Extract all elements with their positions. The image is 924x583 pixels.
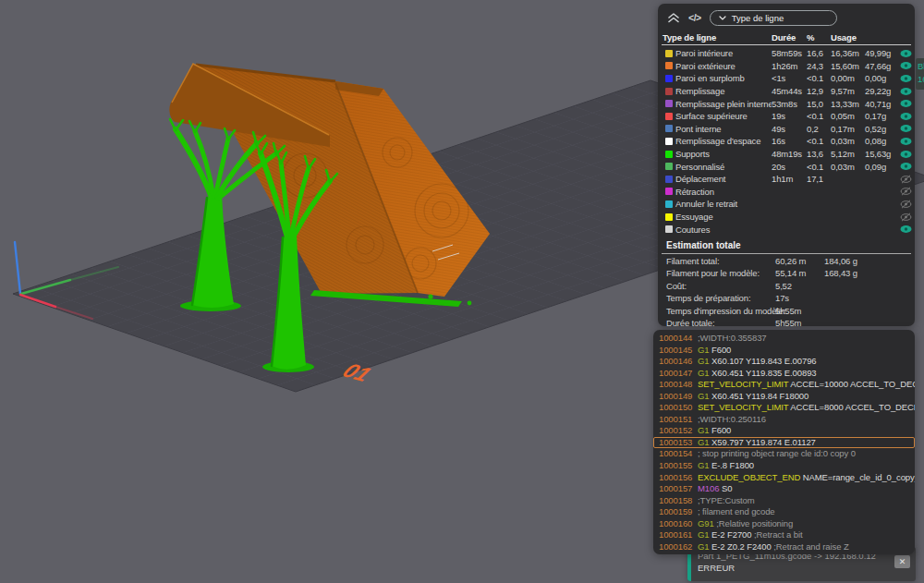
gcode-line-number: 1000157 [659, 483, 698, 495]
line-type-percent: <0.1 [807, 111, 831, 121]
gcode-token-kw: SET_VELOCITY_LIMIT [698, 402, 788, 412]
gcode-line[interactable]: 1000144;WIDTH:0.355837 [653, 333, 915, 345]
gcode-token-comment: ; filament end gcode [698, 506, 775, 516]
line-type-row: Supports48m19s13,65,12m15,63g [658, 148, 915, 161]
totals-row: Coût:5,52 [658, 281, 915, 294]
line-type-length: 5,12m [831, 149, 865, 159]
visibility-eye-on-icon[interactable] [899, 87, 912, 96]
gcode-token-param: F600 [711, 425, 731, 435]
totals-value-1: 5h55m [775, 318, 801, 326]
gcode-line[interactable]: 1000160G91 ;Relative positioning [653, 518, 915, 530]
edge-tooltip: Blo 160 [916, 58, 924, 90]
line-type-label: Supports [675, 149, 772, 159]
visibility-eye-on-icon[interactable] [899, 124, 912, 133]
gcode-line-number: 1000156 [659, 472, 698, 484]
line-type-percent: <0.1 [807, 162, 831, 172]
gcode-line-number: 1000147 [659, 368, 698, 380]
line-type-length: 15,60m [831, 61, 865, 71]
line-type-row: Remplissage45m44s12,99,57m29,22g [658, 85, 915, 98]
legend-toolbar: </> Type de ligne [658, 4, 915, 29]
line-type-row: Surface supérieure19s<0.10,05m0,17g [658, 110, 915, 123]
gcode-token-comment: ;Retract and raise Z [773, 541, 848, 552]
gcode-line[interactable]: 1000150SET_VELOCITY_LIMIT ACCEL=8000 ACC… [653, 402, 915, 414]
gcode-line[interactable]: 1000146G1 X60.107 Y119.843 E.00796 [653, 356, 915, 368]
visibility-eye-on-icon[interactable] [899, 99, 912, 108]
gcode-line[interactable]: 1000147G1 X60.451 Y119.835 E.00893 [653, 368, 915, 380]
gcode-line-number: 1000149 [659, 391, 698, 403]
line-type-row: Paroi intérieure58m59s16,616,36m49,99g [658, 47, 915, 60]
line-type-duration: 45m44s [772, 86, 807, 96]
gcode-line-number: 1000145 [659, 345, 698, 357]
view-type-dropdown[interactable]: Type de ligne [710, 10, 837, 26]
visibility-eye-off-icon[interactable] [899, 200, 912, 209]
line-type-percent: 12,9 [807, 86, 831, 96]
line-type-label: Paroi extérieure [675, 61, 772, 71]
gcode-token-param: ACCEL=8000 ACCEL_TO_DECEL=4000 [790, 402, 915, 412]
visibility-eye-on-icon[interactable] [899, 49, 912, 58]
line-type-swatch [665, 163, 673, 170]
totals-value-2: 184,06 g [824, 256, 857, 266]
gcode-line[interactable]: 1000149G1 X60.451 Y119.84 F18000 [653, 391, 915, 403]
line-type-label: Déplacement [675, 174, 772, 184]
gcode-line[interactable]: 1000145G1 F600 [653, 345, 915, 357]
line-type-percent: 16,6 [807, 48, 831, 58]
gcode-line[interactable]: 1000156EXCLUDE_OBJECT_END NAME=range_cle… [653, 472, 915, 484]
visibility-eye-off-icon[interactable] [899, 187, 912, 196]
visibility-eye-on-icon[interactable] [899, 74, 912, 83]
visibility-eye-on-icon[interactable] [899, 137, 912, 146]
collapse-panel-icon[interactable] [667, 12, 680, 23]
close-icon[interactable]: ✕ [894, 555, 910, 568]
gcode-line-number: 1000150 [659, 402, 698, 414]
line-type-percent: 24,3 [807, 61, 831, 71]
line-type-length: 0,00m [831, 73, 865, 83]
gcode-token-comment: ; stop printing object range cle id:0 co… [698, 448, 856, 458]
line-type-row: Paroi en surplomb<1s<0.10,00m0,00g [658, 72, 915, 85]
line-type-row: Personnalisé20s<0.10,03m0,09g [658, 160, 915, 173]
line-type-weight: 0,08g [865, 136, 899, 146]
gcode-line[interactable]: 1000151;WIDTH:0.250116 [653, 414, 915, 426]
visibility-eye-on-icon[interactable] [899, 225, 912, 234]
totals-value-1: 55,14 m [775, 268, 806, 278]
gcode-window-icon[interactable]: </> [688, 12, 701, 23]
line-type-duration: 1h1m [772, 174, 807, 184]
totals-row: Temps de préparation:17s [658, 293, 915, 306]
line-type-swatch [665, 88, 673, 95]
gcode-line[interactable]: 1000152G1 F600 [653, 425, 915, 437]
gcode-line[interactable]: 1000159; filament end gcode [653, 506, 915, 518]
totals-value-1: 5h55m [775, 306, 801, 316]
line-type-length: 0,17m [831, 124, 865, 134]
line-type-swatch [665, 151, 673, 158]
gcode-line[interactable]: 1000161G1 E-2 F2700 ;Retract a bit [653, 529, 915, 541]
line-type-duration: 48m19s [772, 149, 807, 159]
visibility-eye-on-icon[interactable] [899, 61, 912, 70]
gcode-token-cmd: G1 [698, 345, 709, 355]
gcode-token-param: X60.451 Y119.835 E.00893 [711, 368, 816, 378]
line-type-swatch [665, 200, 673, 208]
gcode-line[interactable]: 1000157M106 S0 [653, 483, 915, 495]
gcode-line-selected[interactable]: 1000153G1 X59.797 Y119.874 E.01127 [653, 437, 915, 449]
visibility-eye-on-icon[interactable] [899, 162, 912, 171]
line-type-length: 0,03m [831, 162, 865, 172]
gcode-line-number: 1000161 [659, 529, 698, 541]
gcode-line-number: 1000159 [659, 506, 698, 518]
line-type-swatch [665, 225, 673, 233]
gcode-line[interactable]: 1000148SET_VELOCITY_LIMIT ACCEL=10000 AC… [653, 379, 915, 391]
gcode-line-number: 1000153 [659, 437, 698, 449]
line-type-weight: 15,63g [865, 149, 899, 159]
gcode-line[interactable]: 1000154; stop printing object range cle … [653, 448, 915, 460]
visibility-eye-off-icon[interactable] [899, 175, 912, 184]
line-type-duration: 49s [772, 124, 807, 134]
gcode-line[interactable]: 1000155G1 E-.8 F1800 [653, 460, 915, 472]
visibility-eye-on-icon[interactable] [899, 112, 912, 121]
gcode-line[interactable]: 1000158;TYPE:Custom [653, 495, 915, 507]
visibility-eye-off-icon[interactable] [899, 213, 912, 222]
gcode-token-kw: SET_VELOCITY_LIMIT [698, 379, 788, 389]
gcode-token-param: S0 [722, 483, 732, 493]
view-type-value: Type de ligne [732, 13, 784, 23]
line-type-swatch [665, 176, 673, 183]
totals-label: Filament pour le modèle: [666, 268, 760, 278]
line-type-percent: 13,6 [807, 149, 831, 159]
line-type-length: 16,36m [831, 48, 865, 58]
visibility-eye-on-icon[interactable] [899, 150, 912, 159]
gcode-line[interactable]: 1000162G1 E-2 Z0.2 F2400 ;Retract and ra… [653, 541, 915, 553]
